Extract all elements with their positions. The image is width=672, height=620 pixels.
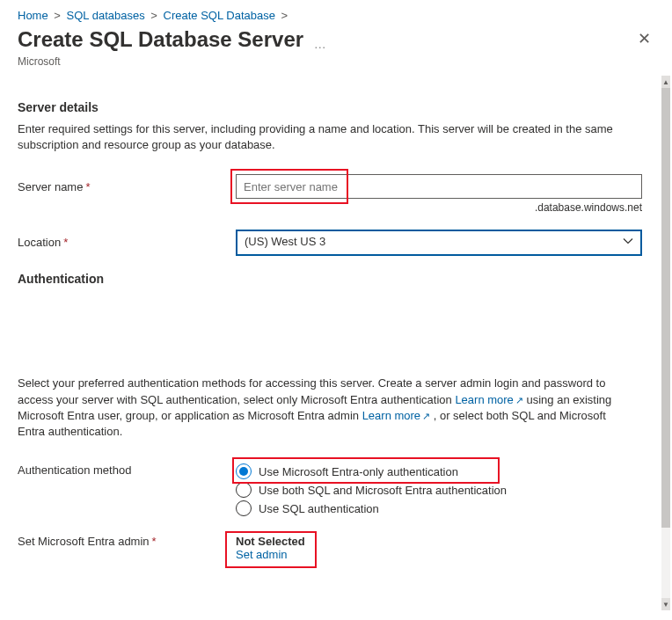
vertical-scrollbar[interactable]: ▲ ▼: [661, 76, 670, 610]
location-value: (US) West US 3: [245, 235, 325, 248]
scrollbar-up-button[interactable]: ▲: [661, 76, 670, 88]
breadcrumb-home[interactable]: Home: [18, 9, 48, 22]
server-name-label: Server name*: [18, 174, 236, 193]
more-options-icon[interactable]: …: [314, 37, 326, 51]
location-label: Location*: [18, 230, 236, 249]
location-select[interactable]: (US) West US 3: [236, 230, 642, 256]
learn-more-link-1[interactable]: Learn more↗: [455, 393, 522, 406]
page-title: Create SQL Database Server: [18, 27, 303, 52]
breadcrumb-separator: >: [281, 9, 289, 22]
chevron-down-icon: [623, 237, 633, 250]
entra-admin-status: Not Selected: [236, 535, 642, 548]
radio-icon: [236, 500, 252, 516]
scrollbar-thumb[interactable]: [661, 88, 670, 528]
radio-icon: [236, 482, 252, 498]
authentication-heading: Authentication: [18, 272, 642, 286]
server-name-row: Server name* .database.windows.net: [18, 174, 642, 214]
server-details-heading: Server details: [18, 100, 642, 114]
entra-admin-row: Set Microsoft Entra admin* Not Selected …: [18, 535, 642, 561]
external-link-icon: ↗: [422, 411, 430, 421]
set-admin-link[interactable]: Set admin: [236, 548, 288, 561]
auth-option-both[interactable]: Use both SQL and Microsoft Entra authent…: [236, 482, 642, 498]
breadcrumb-separator: >: [54, 9, 61, 22]
close-icon[interactable]: ✕: [638, 31, 651, 47]
location-row: Location* (US) West US 3: [18, 230, 642, 256]
server-name-suffix: .database.windows.net: [236, 201, 642, 214]
auth-option-label: Use SQL authentication: [259, 502, 379, 515]
server-name-input[interactable]: [236, 174, 642, 199]
auth-option-label: Use both SQL and Microsoft Entra authent…: [259, 484, 507, 497]
scrollbar-down-button[interactable]: ▼: [661, 598, 670, 610]
auth-option-label: Use Microsoft Entra-only authentication: [259, 465, 458, 478]
radio-icon: [236, 463, 252, 479]
auth-method-row: Authentication method Use Microsoft Entr…: [18, 461, 642, 519]
authentication-description: Select your preferred authentication met…: [18, 376, 633, 440]
auth-option-sql[interactable]: Use SQL authentication: [236, 500, 642, 516]
breadcrumb-sql-databases[interactable]: SQL databases: [67, 9, 145, 22]
external-link-icon: ↗: [515, 395, 523, 405]
breadcrumb: Home > SQL databases > Create SQL Databa…: [0, 0, 672, 26]
learn-more-link-2[interactable]: Learn more↗: [362, 409, 430, 422]
auth-option-entra-only[interactable]: Use Microsoft Entra-only authentication: [236, 463, 642, 479]
page-header: Create SQL Database Server … ✕: [0, 26, 672, 55]
auth-method-label: Authentication method: [18, 461, 236, 477]
entra-admin-label: Set Microsoft Entra admin*: [18, 535, 236, 548]
breadcrumb-create-sql-database[interactable]: Create SQL Database: [164, 9, 275, 22]
main-content: Server details Enter required settings f…: [0, 76, 660, 620]
breadcrumb-separator: >: [150, 9, 157, 22]
server-details-description: Enter required settings for this server,…: [18, 121, 633, 153]
page-subtitle: Microsoft: [0, 55, 672, 75]
